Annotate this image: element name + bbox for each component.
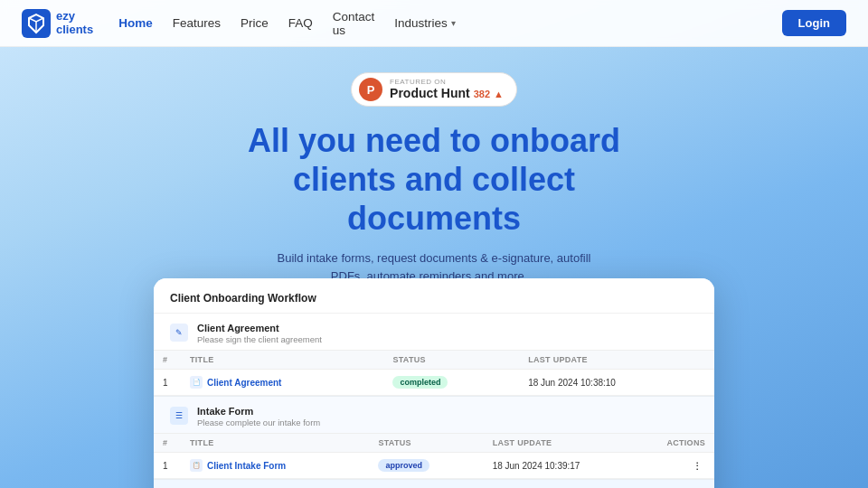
nav-price[interactable]: Price bbox=[241, 16, 269, 30]
row-num: 1 bbox=[154, 453, 181, 479]
row-title: 📋 Client Intake Form bbox=[181, 453, 369, 479]
workflow-section-required-docs: ⊞ Required documents bbox=[154, 480, 714, 488]
hero-headline: All you need to onboard clients and coll… bbox=[248, 121, 620, 239]
table-row: 1 📋 Client Intake Form approved 18 Jun 2… bbox=[154, 453, 714, 479]
row-num: 1 bbox=[154, 370, 181, 396]
nav-links: Home Features Price FAQ Contact us Indus… bbox=[118, 10, 456, 37]
row-status: approved bbox=[369, 453, 483, 479]
row-status: completed bbox=[383, 370, 519, 396]
workflow-card: Client Onboarding Workflow ✎ Client Agre… bbox=[154, 278, 714, 488]
row-actions-menu[interactable]: ⋮ bbox=[657, 453, 714, 479]
section-desc-1: Please sign the client agreement bbox=[197, 334, 322, 344]
ph-arrow-icon: ▲ bbox=[494, 89, 504, 99]
section-name-2: Intake Form bbox=[197, 406, 320, 417]
status-badge-completed: completed bbox=[392, 376, 448, 389]
section-icon-1: ✎ bbox=[170, 324, 188, 342]
col-status-2: STATUS bbox=[369, 434, 483, 453]
section-info-1: Client Agreement Please sign the client … bbox=[197, 323, 322, 344]
row-title: 📄 Client Agreement bbox=[181, 370, 383, 396]
row-lastupdate: 18 Jun 2024 10:39:17 bbox=[484, 453, 658, 479]
col-title-2: TITLE bbox=[181, 434, 369, 453]
row-lastupdate: 18 Jun 2024 10:38:10 bbox=[519, 370, 714, 396]
col-num-2: # bbox=[154, 434, 181, 453]
col-title-1: TITLE bbox=[181, 351, 383, 370]
section-table-2: # TITLE STATUS LAST UPDATE ACTIONS 1 📋 C… bbox=[154, 433, 714, 479]
status-badge-approved: approved bbox=[378, 459, 429, 472]
doc-link[interactable]: 📋 Client Intake Form bbox=[190, 459, 360, 472]
col-status-1: STATUS bbox=[383, 351, 519, 370]
doc-icon: 📋 bbox=[190, 459, 203, 472]
nav-home[interactable]: Home bbox=[118, 16, 153, 30]
nav-features[interactable]: Features bbox=[173, 16, 221, 30]
navbar: ezy clients Home Features Price FAQ Cont… bbox=[0, 0, 868, 47]
col-lastupdate-1: LAST UPDATE bbox=[519, 351, 714, 370]
nav-contact[interactable]: Contact us bbox=[333, 10, 375, 37]
nav-faq[interactable]: FAQ bbox=[288, 16, 313, 30]
chevron-down-icon: ▾ bbox=[451, 18, 456, 28]
product-hunt-badge[interactable]: P FEATURED ON Product Hunt 382 ▲ bbox=[351, 72, 517, 107]
workflow-section-intake-form: ☰ Intake Form Please complete our intake… bbox=[154, 397, 714, 479]
section-name-1: Client Agreement bbox=[197, 323, 322, 333]
doc-icon: 📄 bbox=[190, 376, 203, 389]
section-icon-2: ☰ bbox=[170, 407, 188, 425]
col-num-1: # bbox=[154, 351, 181, 370]
ph-text: FEATURED ON Product Hunt 382 ▲ bbox=[390, 79, 504, 100]
nav-industries[interactable]: Industries ▾ bbox=[394, 16, 456, 30]
section-header-2: ☰ Intake Form Please complete our intake… bbox=[154, 397, 714, 433]
login-button[interactable]: Login bbox=[782, 10, 846, 36]
workflow-title: Client Onboarding Workflow bbox=[170, 292, 316, 305]
col-lastupdate-2: LAST UPDATE bbox=[484, 434, 658, 453]
workflow-header: Client Onboarding Workflow bbox=[154, 278, 714, 314]
logo[interactable]: ezy clients bbox=[22, 9, 93, 38]
col-actions-2: ACTIONS bbox=[657, 434, 714, 453]
section-desc-2: Please complete our intake form bbox=[197, 418, 320, 427]
section-info-2: Intake Form Please complete our intake f… bbox=[197, 406, 320, 427]
table-row: 1 📄 Client Agreement completed 18 Jun 20… bbox=[154, 370, 714, 396]
workflow-section-client-agreement: ✎ Client Agreement Please sign the clien… bbox=[154, 314, 714, 396]
ph-logo-icon: P bbox=[359, 78, 382, 101]
logo-text: ezy clients bbox=[56, 10, 93, 36]
section-header-1: ✎ Client Agreement Please sign the clien… bbox=[154, 314, 714, 350]
section-table-1: # TITLE STATUS LAST UPDATE 1 📄 Client Ag… bbox=[154, 350, 714, 396]
doc-link[interactable]: 📄 Client Agreement bbox=[190, 376, 374, 389]
